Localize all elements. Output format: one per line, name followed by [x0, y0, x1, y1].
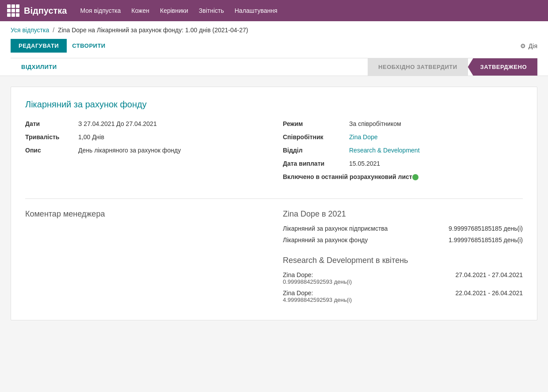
dept-dates-1: 22.04.2021 - 26.04.2021: [455, 289, 523, 303]
employee-label: Співробітник: [283, 133, 349, 141]
summary-label-1: Лікарняний за рахунок фонду: [283, 236, 440, 244]
dept-row-1: Zina Dope: 4.99998842592593 день(і) 22.0…: [283, 289, 523, 303]
gear-icon: ⚙: [520, 42, 526, 49]
app-logo: Відпустка: [7, 4, 67, 17]
right-col: Режим За співробітником Співробітник Zin…: [283, 120, 523, 188]
dept-row-0: Zina Dope: 0.99998842592593 день(і) 27.0…: [283, 271, 523, 285]
summary-label-0: Лікарняний за рахунок підприємства: [283, 225, 440, 232]
breadcrumb-sep: /: [53, 27, 54, 34]
green-dot-icon: [412, 174, 419, 180]
nav-links: Моя відпустка Кожен Керівники Звітність …: [80, 7, 277, 14]
reject-button[interactable]: ВІДХИЛИТИ: [11, 58, 68, 76]
summary-value-0: 9.99997685185185 день(і): [449, 225, 523, 232]
dates-value: З 27.04.2021 До 27.04.2021: [78, 120, 157, 127]
payslip-row: Включено в останній розрахунковий лист: [283, 173, 523, 182]
summary-section: Zina Dope в 2021 Лікарняний за рахунок п…: [283, 209, 523, 308]
dept-section: Research & Development в квітень Zina Do…: [283, 256, 523, 303]
nav-my-vacation[interactable]: Моя відпустка: [80, 7, 121, 14]
duration-label: Тривалість: [25, 133, 78, 141]
status-pending: НЕОБХІДНО ЗАТВЕРДИТИ: [368, 58, 468, 76]
mode-value: За співробітником: [349, 120, 401, 127]
manager-comment-section: Коментар менеджера: [25, 209, 265, 308]
duration-row: Тривалість 1,00 Днів: [25, 133, 265, 141]
summary-row-1: Лікарняний за рахунок фонду 1.9999768518…: [283, 236, 523, 244]
payment-date-label: Дата виплати: [283, 160, 349, 167]
dates-row: Дати З 27.04.2021 До 27.04.2021: [25, 120, 265, 127]
summary-value-1: 1.99997685185185 день(і): [449, 236, 523, 244]
dept-title: Research & Development в квітень: [283, 256, 523, 265]
status-approved: ЗАТВЕРДЖЕНО: [468, 58, 537, 76]
grid-icon: [7, 4, 19, 17]
duration-value: 1,00 Днів: [78, 133, 104, 141]
nav-settings[interactable]: Налаштування: [235, 7, 278, 14]
payslip-indicator: [412, 173, 419, 182]
description-row: Опис День лікарняного за рахунок фонду: [25, 147, 265, 154]
summary-row-0: Лікарняний за рахунок підприємства 9.999…: [283, 225, 523, 232]
description-label: Опис: [25, 147, 78, 154]
department-link[interactable]: Research & Development: [349, 147, 420, 154]
section-divider: [25, 198, 523, 199]
breadcrumb-current: Zina Dope на Лікарняний за рахунок фонду…: [58, 27, 248, 34]
manager-comment-label: Коментар менеджера: [25, 209, 265, 219]
dept-person-0: Zina Dope:: [283, 271, 446, 278]
status-bar: ВІДХИЛИТИ НЕОБХІДНО ЗАТВЕРДИТИ ЗАТВЕРДЖЕ…: [11, 58, 537, 76]
create-button[interactable]: СТВОРИТИ: [72, 42, 105, 49]
dept-dates-0: 27.04.2021 - 27.04.2021: [455, 271, 523, 285]
main-content: Лікарняний за рахунок фонду Дати З 27.04…: [0, 76, 548, 331]
dept-row-left-1: Zina Dope: 4.99998842592593 день(і): [283, 289, 446, 303]
mode-row: Режим За співробітником: [283, 120, 523, 127]
action-menu[interactable]: ⚙ Дія: [520, 42, 537, 49]
top-nav: Відпустка Моя відпустка Кожен Керівники …: [0, 0, 548, 21]
description-value: День лікарняного за рахунок фонду: [78, 147, 181, 154]
payment-date-row: Дата виплати 15.05.2021: [283, 160, 523, 167]
payment-date-value: 15.05.2021: [349, 160, 380, 167]
breadcrumb-home[interactable]: Уся відпустка: [11, 27, 49, 34]
dept-person-1: Zina Dope:: [283, 289, 446, 297]
dept-sub-1: 4.99998842592593 день(і): [283, 297, 446, 303]
left-col: Дати З 27.04.2021 До 27.04.2021 Триваліс…: [25, 120, 265, 188]
nav-managers[interactable]: Керівники: [160, 7, 188, 14]
employee-summary: Zina Dope в 2021 Лікарняний за рахунок п…: [283, 209, 523, 244]
employee-summary-title: Zina Dope в 2021: [283, 209, 523, 219]
payslip-label: Включено в останній розрахунковий лист: [283, 173, 412, 180]
nav-reports[interactable]: Звітність: [199, 7, 224, 14]
leave-card: Лікарняний за рахунок фонду Дати З 27.04…: [11, 87, 537, 320]
action-label: Дія: [529, 42, 537, 49]
card-title: Лікарняний за рахунок фонду: [25, 99, 523, 110]
department-row: Відділ Research & Development: [283, 147, 523, 154]
app-title: Відпустка: [24, 6, 67, 16]
mode-label: Режим: [283, 120, 349, 127]
department-label: Відділ: [283, 147, 349, 154]
breadcrumb-area: Уся відпустка / Zina Dope на Лікарняний …: [0, 21, 548, 76]
dept-sub-0: 0.99998842592593 день(і): [283, 278, 446, 285]
edit-button[interactable]: РЕДАГУВАТИ: [11, 39, 67, 53]
action-row: РЕДАГУВАТИ СТВОРИТИ ⚙ Дія: [11, 39, 537, 53]
dates-label: Дати: [25, 120, 78, 127]
breadcrumb: Уся відпустка / Zina Dope на Лікарняний …: [11, 27, 537, 34]
employee-link[interactable]: Zina Dope: [349, 133, 378, 141]
details-grid: Дати З 27.04.2021 До 27.04.2021 Триваліс…: [25, 120, 523, 188]
dept-row-left-0: Zina Dope: 0.99998842592593 день(і): [283, 271, 446, 285]
nav-everyone[interactable]: Кожен: [131, 7, 149, 14]
employee-row: Співробітник Zina Dope: [283, 133, 523, 141]
bottom-section: Коментар менеджера Zina Dope в 2021 Ліка…: [25, 209, 523, 308]
